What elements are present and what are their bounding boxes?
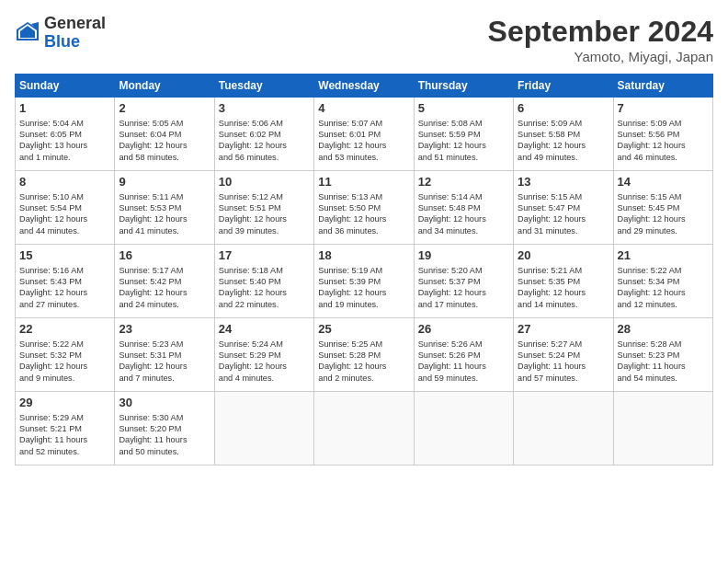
calendar-week-2: 8Sunrise: 5:10 AM Sunset: 5:54 PM Daylig…: [16, 171, 713, 245]
calendar-day: 21Sunrise: 5:22 AM Sunset: 5:34 PM Dayli…: [613, 245, 712, 318]
day-number: 16: [119, 247, 210, 264]
header-cell-wednesday: Wednesday: [314, 75, 414, 98]
day-number: 9: [119, 174, 210, 190]
day-number: 17: [219, 247, 310, 264]
day-number: 30: [119, 395, 210, 411]
header-cell-tuesday: Tuesday: [214, 75, 313, 98]
day-number: 10: [219, 174, 310, 190]
calendar-day: 4Sunrise: 5:07 AM Sunset: 6:01 PM Daylig…: [314, 98, 414, 171]
day-info: Sunrise: 5:20 AM Sunset: 5:37 PM Dayligh…: [418, 265, 509, 311]
day-number: 2: [119, 100, 210, 117]
calendar-day: 19Sunrise: 5:20 AM Sunset: 5:37 PM Dayli…: [414, 245, 513, 318]
calendar-day: 14Sunrise: 5:15 AM Sunset: 5:45 PM Dayli…: [613, 171, 712, 245]
calendar-day: 6Sunrise: 5:09 AM Sunset: 5:58 PM Daylig…: [514, 98, 613, 171]
calendar-day: 16Sunrise: 5:17 AM Sunset: 5:42 PM Dayli…: [115, 245, 214, 318]
day-number: 15: [19, 247, 110, 264]
logo-icon: [15, 20, 40, 46]
day-info: Sunrise: 5:19 AM Sunset: 5:39 PM Dayligh…: [318, 265, 409, 311]
day-number: 23: [119, 321, 210, 338]
header-cell-saturday: Saturday: [613, 75, 712, 98]
day-info: Sunrise: 5:06 AM Sunset: 6:02 PM Dayligh…: [219, 118, 310, 164]
calendar-day: 3Sunrise: 5:06 AM Sunset: 6:02 PM Daylig…: [214, 98, 313, 171]
day-info: Sunrise: 5:13 AM Sunset: 5:50 PM Dayligh…: [318, 191, 409, 237]
day-number: 28: [618, 321, 709, 338]
day-number: 6: [518, 100, 609, 117]
calendar-day: 9Sunrise: 5:11 AM Sunset: 5:53 PM Daylig…: [115, 171, 214, 245]
day-number: 20: [518, 247, 609, 264]
day-info: Sunrise: 5:24 AM Sunset: 5:29 PM Dayligh…: [219, 339, 310, 385]
calendar-day: [314, 392, 414, 465]
calendar-week-3: 15Sunrise: 5:16 AM Sunset: 5:43 PM Dayli…: [16, 245, 713, 318]
day-info: Sunrise: 5:16 AM Sunset: 5:43 PM Dayligh…: [19, 265, 110, 311]
day-info: Sunrise: 5:05 AM Sunset: 6:04 PM Dayligh…: [119, 118, 210, 164]
logo: General Blue: [15, 15, 106, 52]
month-title: September 2024: [488, 15, 713, 49]
day-number: 24: [219, 321, 310, 338]
day-info: Sunrise: 5:22 AM Sunset: 5:32 PM Dayligh…: [19, 339, 110, 385]
calendar-day: 23Sunrise: 5:23 AM Sunset: 5:31 PM Dayli…: [115, 318, 214, 392]
page-header: General Blue September 2024 Yamoto, Miya…: [15, 15, 713, 64]
day-info: Sunrise: 5:09 AM Sunset: 5:58 PM Dayligh…: [518, 118, 609, 164]
logo-blue: Blue: [44, 33, 106, 52]
calendar-day: 24Sunrise: 5:24 AM Sunset: 5:29 PM Dayli…: [214, 318, 313, 392]
calendar-week-4: 22Sunrise: 5:22 AM Sunset: 5:32 PM Dayli…: [16, 318, 713, 392]
day-info: Sunrise: 5:15 AM Sunset: 5:45 PM Dayligh…: [618, 191, 709, 237]
calendar-day: 5Sunrise: 5:08 AM Sunset: 5:59 PM Daylig…: [414, 98, 513, 171]
day-info: Sunrise: 5:29 AM Sunset: 5:21 PM Dayligh…: [19, 412, 110, 458]
day-info: Sunrise: 5:27 AM Sunset: 5:24 PM Dayligh…: [518, 339, 609, 385]
header-cell-thursday: Thursday: [414, 75, 513, 98]
day-info: Sunrise: 5:14 AM Sunset: 5:48 PM Dayligh…: [418, 191, 509, 237]
calendar-day: 18Sunrise: 5:19 AM Sunset: 5:39 PM Dayli…: [314, 245, 414, 318]
calendar-day: [414, 392, 513, 465]
calendar-day: [613, 392, 712, 465]
calendar-body: 1Sunrise: 5:04 AM Sunset: 6:05 PM Daylig…: [16, 98, 713, 465]
day-number: 21: [618, 247, 709, 264]
calendar-day: 15Sunrise: 5:16 AM Sunset: 5:43 PM Dayli…: [16, 245, 115, 318]
calendar-header: SundayMondayTuesdayWednesdayThursdayFrid…: [16, 75, 713, 98]
day-number: 13: [518, 174, 609, 190]
day-number: 26: [418, 321, 509, 338]
calendar-day: 29Sunrise: 5:29 AM Sunset: 5:21 PM Dayli…: [16, 392, 115, 465]
calendar-day: 2Sunrise: 5:05 AM Sunset: 6:04 PM Daylig…: [115, 98, 214, 171]
calendar-day: 17Sunrise: 5:18 AM Sunset: 5:40 PM Dayli…: [214, 245, 313, 318]
logo-general: General: [44, 15, 106, 33]
day-info: Sunrise: 5:11 AM Sunset: 5:53 PM Dayligh…: [119, 191, 210, 237]
header-cell-monday: Monday: [115, 75, 214, 98]
day-info: Sunrise: 5:10 AM Sunset: 5:54 PM Dayligh…: [19, 191, 110, 237]
calendar-day: 27Sunrise: 5:27 AM Sunset: 5:24 PM Dayli…: [514, 318, 613, 392]
day-number: 19: [418, 247, 509, 264]
calendar-day: 12Sunrise: 5:14 AM Sunset: 5:48 PM Dayli…: [414, 171, 513, 245]
calendar-day: 11Sunrise: 5:13 AM Sunset: 5:50 PM Dayli…: [314, 171, 414, 245]
day-info: Sunrise: 5:21 AM Sunset: 5:35 PM Dayligh…: [518, 265, 609, 311]
calendar-day: 7Sunrise: 5:09 AM Sunset: 5:56 PM Daylig…: [613, 98, 712, 171]
calendar-day: [214, 392, 313, 465]
day-info: Sunrise: 5:26 AM Sunset: 5:26 PM Dayligh…: [418, 339, 509, 385]
calendar-day: 30Sunrise: 5:30 AM Sunset: 5:20 PM Dayli…: [115, 392, 214, 465]
calendar-day: 20Sunrise: 5:21 AM Sunset: 5:35 PM Dayli…: [514, 245, 613, 318]
day-number: 25: [318, 321, 409, 338]
day-number: 12: [418, 174, 509, 190]
day-info: Sunrise: 5:18 AM Sunset: 5:40 PM Dayligh…: [219, 265, 310, 311]
day-info: Sunrise: 5:07 AM Sunset: 6:01 PM Dayligh…: [318, 118, 409, 164]
day-info: Sunrise: 5:08 AM Sunset: 5:59 PM Dayligh…: [418, 118, 509, 164]
day-number: 27: [518, 321, 609, 338]
day-info: Sunrise: 5:12 AM Sunset: 5:51 PM Dayligh…: [219, 191, 310, 237]
day-number: 8: [19, 174, 110, 190]
header-cell-sunday: Sunday: [16, 75, 115, 98]
calendar-day: 22Sunrise: 5:22 AM Sunset: 5:32 PM Dayli…: [16, 318, 115, 392]
day-number: 14: [618, 174, 709, 190]
day-number: 11: [318, 174, 409, 190]
day-number: 4: [318, 100, 409, 117]
calendar-day: 1Sunrise: 5:04 AM Sunset: 6:05 PM Daylig…: [16, 98, 115, 171]
calendar-day: 25Sunrise: 5:25 AM Sunset: 5:28 PM Dayli…: [314, 318, 414, 392]
calendar-day: 10Sunrise: 5:12 AM Sunset: 5:51 PM Dayli…: [214, 171, 313, 245]
day-info: Sunrise: 5:22 AM Sunset: 5:34 PM Dayligh…: [618, 265, 709, 311]
day-info: Sunrise: 5:09 AM Sunset: 5:56 PM Dayligh…: [618, 118, 709, 164]
title-block: September 2024 Yamoto, Miyagi, Japan: [488, 15, 713, 64]
calendar-day: 26Sunrise: 5:26 AM Sunset: 5:26 PM Dayli…: [414, 318, 513, 392]
logo-text: General Blue: [44, 15, 106, 52]
day-number: 1: [19, 100, 110, 117]
calendar-day: 28Sunrise: 5:28 AM Sunset: 5:23 PM Dayli…: [613, 318, 712, 392]
day-info: Sunrise: 5:28 AM Sunset: 5:23 PM Dayligh…: [618, 339, 709, 385]
calendar-week-5: 29Sunrise: 5:29 AM Sunset: 5:21 PM Dayli…: [16, 392, 713, 465]
